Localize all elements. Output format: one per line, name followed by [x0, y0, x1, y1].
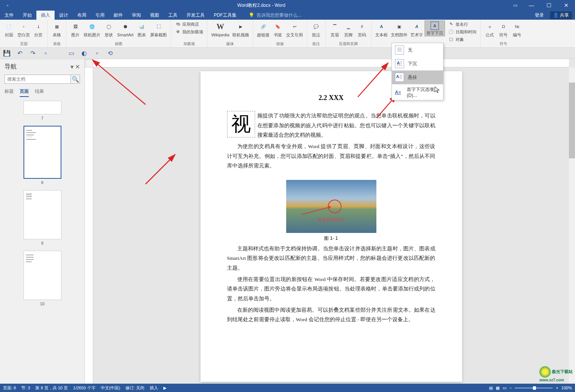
status-track-changes[interactable]: 修订: 关闭	[125, 385, 144, 391]
ribbon-display-options-icon[interactable]: ▫	[0, 3, 15, 8]
minimize-button[interactable]: —	[523, 0, 540, 11]
new-button[interactable]: ▫	[42, 50, 49, 57]
tab-references[interactable]: 引用	[91, 11, 109, 20]
store-button[interactable]: 🛍应用商店	[173, 20, 205, 28]
chart-button[interactable]: 📊图表	[135, 20, 149, 38]
tab-view[interactable]: 视图	[146, 11, 164, 20]
search-input[interactable]	[5, 75, 71, 83]
equation-button[interactable]: π公式	[483, 20, 497, 38]
dropcap-button[interactable]: A首字下沉	[425, 20, 445, 36]
dropcap-option-none[interactable]: 无	[392, 43, 443, 57]
macro-icon[interactable]: ▶	[163, 386, 166, 390]
nav-tab-pages[interactable]: 页面	[20, 88, 29, 97]
status-insert-mode[interactable]: 插入	[150, 385, 158, 391]
page-number-button[interactable]: #页码	[355, 20, 369, 38]
symbol-button[interactable]: Ω符号	[497, 20, 510, 38]
number-button[interactable]: №编号	[510, 20, 524, 38]
tab-developer[interactable]: 开发工具	[182, 11, 209, 20]
qat-icon-2[interactable]: ◐	[80, 50, 88, 57]
close-button[interactable]: ✕	[558, 0, 575, 11]
online-picture-button[interactable]: 🌐联机图片	[82, 20, 102, 38]
shapes-button[interactable]: ◯形状	[102, 20, 116, 38]
tab-mailings[interactable]: 邮件	[109, 11, 127, 20]
tab-insert[interactable]: 插入	[36, 11, 55, 20]
hyperlink-button[interactable]: 🔗超链接	[255, 20, 271, 38]
online-video-button[interactable]: ▶联机视频	[231, 20, 251, 38]
view-read-icon[interactable]: ▤	[489, 386, 493, 390]
share-button[interactable]: 👤 共享	[550, 11, 572, 19]
horizontal-ruler[interactable]	[93, 59, 569, 67]
zoom-slider[interactable]	[515, 387, 553, 389]
status-page-of[interactable]: 第 8 页，共 10 页	[35, 385, 68, 391]
qat-icon-1[interactable]: ▭	[67, 50, 75, 57]
quickparts-button[interactable]: ▣文档部件	[389, 20, 409, 38]
signature-button[interactable]: ✎签名行	[447, 20, 478, 28]
cover-page-button[interactable]: 📄封面	[2, 20, 16, 38]
status-language[interactable]: 中文(中国)	[101, 385, 120, 391]
footer-button[interactable]: ▁页脚	[342, 20, 355, 38]
dropcap-inmargin-icon: A	[395, 73, 404, 82]
tab-file[interactable]: 文件	[0, 11, 18, 20]
scrollbar-thumb[interactable]	[569, 83, 575, 158]
status-page[interactable]: 页面: 8	[3, 385, 16, 391]
picture-button[interactable]: 🖼图片	[69, 20, 82, 38]
qat-icon-3[interactable]: ▫	[93, 50, 101, 57]
nav-dropdown-icon[interactable]: ▾ ✕	[71, 63, 80, 70]
redo-button[interactable]: ↷	[29, 50, 36, 57]
object-button[interactable]: ▢对象	[447, 36, 478, 43]
page-thumbnail-9[interactable]: ▦▦▦▦▦▦▬▬▬	[24, 190, 61, 239]
tab-design[interactable]: 设计	[55, 11, 73, 20]
ribbon-options-icon[interactable]: ▭	[508, 3, 523, 8]
page-thumbnail-7[interactable]	[24, 101, 61, 114]
header-button[interactable]: ▔页眉	[328, 20, 342, 38]
zoom-level[interactable]: 100%	[561, 386, 572, 390]
view-web-icon[interactable]: ▭	[503, 386, 506, 390]
login-link[interactable]: 登录	[535, 12, 544, 19]
tell-me-search[interactable]: 💡 告诉我您想要做什么...	[249, 12, 301, 19]
textbox-button[interactable]: A文本框	[374, 20, 389, 38]
nav-tab-headings[interactable]: 标题	[5, 88, 14, 97]
qat-icon-4[interactable]: ⟲	[106, 50, 114, 57]
undo-button[interactable]: ↶	[16, 50, 24, 57]
view-print-icon[interactable]: ▦	[496, 386, 500, 390]
table-button[interactable]: ▦表格	[50, 20, 64, 38]
my-addins-button[interactable]: ⊕我的加载项	[173, 28, 205, 36]
dropcap-frame[interactable]: 视	[227, 111, 255, 137]
status-section[interactable]: 节: 3	[21, 385, 30, 391]
nav-tab-results[interactable]: 结果	[35, 88, 44, 97]
page-break-button[interactable]: ⤓分页	[31, 20, 45, 38]
document-page[interactable]: 2.2 XXX 视 频提供了功能强大的方法帮助您证明您的观点。当您单击联机视频时…	[201, 71, 462, 382]
dropcap-options-link[interactable]: A≡ 首字下沉选项(D)...	[392, 84, 443, 100]
tab-tools[interactable]: 工具	[164, 11, 182, 20]
maximize-button[interactable]: ☐	[540, 0, 558, 11]
comment-button[interactable]: 💬批注	[309, 20, 323, 38]
tab-layout[interactable]: 布局	[73, 11, 91, 20]
vertical-ruler[interactable]	[85, 67, 93, 384]
wordart-button[interactable]: A艺术字	[409, 20, 425, 38]
document-scroll[interactable]: 2.2 XXX 视 频提供了功能强大的方法帮助您证明您的观点。当您单击联机视频时…	[93, 67, 569, 384]
dropcap-option-inmargin[interactable]: A 悬挂	[392, 70, 443, 84]
page-thumbnail-8[interactable]: ▬▬▬▬▬▬▬▬▬▬▬▬░░░░▬▬▬▬▬	[24, 126, 61, 179]
zoom-out-button[interactable]: −	[509, 386, 512, 390]
tab-home[interactable]: 开始	[18, 11, 36, 20]
wikipedia-button[interactable]: WWikipedia	[210, 20, 231, 38]
datetime-button[interactable]: 🕐日期和时间	[447, 28, 478, 36]
dropcap-option-dropped[interactable]: A 下沉	[392, 57, 443, 70]
title-bar: ▫ Word教程2.docx - Word ▭ — ☐ ✕	[0, 0, 575, 11]
cross-reference-button[interactable]: ↩交叉引用	[285, 20, 304, 38]
zoom-in-button[interactable]: +	[556, 386, 558, 390]
blank-page-button[interactable]: ▫空白页	[16, 20, 31, 38]
search-button[interactable]: 🔍	[71, 75, 80, 83]
page-thumbnail-10[interactable]: ▬▬▬▬▬▬▬▬▬▬▬▬▬▬▬	[24, 251, 61, 300]
nav-search[interactable]: 🔍	[5, 75, 80, 84]
save-button[interactable]: 💾	[3, 50, 11, 57]
status-word-count[interactable]: 1/2650 个字	[73, 385, 96, 391]
vertical-scrollbar[interactable]	[569, 67, 575, 384]
bookmark-button[interactable]: 🔖书签	[271, 20, 285, 38]
figure-image[interactable]: 单击标注文字	[286, 180, 376, 233]
tab-pdf[interactable]: PDF工具集	[209, 11, 241, 20]
screenshot-button[interactable]: ⛶屏幕截图	[149, 20, 168, 38]
object-icon: ▢	[448, 36, 454, 42]
smartart-button[interactable]: ⬢SmartArt	[116, 20, 135, 38]
tab-review[interactable]: 审阅	[127, 11, 146, 20]
